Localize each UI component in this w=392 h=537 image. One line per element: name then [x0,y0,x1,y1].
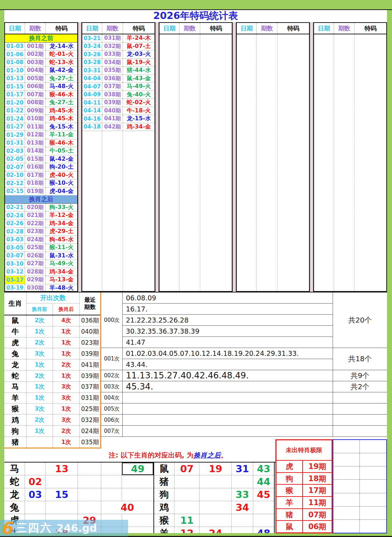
zodiac-count-row: 虎2次1次023期 [4,338,100,349]
bottom-number-cell [122,475,153,488]
empty-body [237,34,309,291]
draw-row: 04-07037期马-49-火 [82,83,155,91]
zodiac-count-row: 猴3次1次025期 [4,404,100,415]
bottom-row: 蛇02 [4,475,153,488]
header-period: 期数 [180,23,200,34]
bottom-number-cell [25,463,46,475]
number-line: 16.17. [123,304,333,315]
zodiac-label: 虎 [4,338,26,348]
watermark: 6 三四六 246.gd [0,520,128,536]
blue-grid-cell [333,480,360,493]
number-line: 11.13.15.27.40.42.46.48.49. [123,370,333,381]
before-switch-header: 换肖前 [26,304,53,315]
draw-row: 02-28023期虎-29-土 [5,228,77,236]
draw-row: 02-15019期虎-04-金 [5,188,77,196]
before-count: 2次 [26,371,53,381]
count-header-block: 开出次数 换肖前 换肖后 [26,292,80,315]
limit-period: 18期 [303,473,332,484]
recent-period: 036期 [80,315,100,326]
draw-date: 02-28 [5,228,25,236]
frequency-label: 004次 [101,392,123,403]
table-header-row: 日期期数特码 [160,23,232,34]
before-count: 1次 [26,326,53,337]
draw-code: 鸡-45-木 [46,115,77,123]
draw-date: 02-10 [5,171,25,179]
frequency-row: 004次 [101,392,387,403]
draw-period: 001期 [25,43,46,50]
after-count: 3次 [53,382,80,392]
draw-date: 03-17 [5,276,25,284]
draw-period: 028期 [25,268,46,276]
frequency-label: 000次 [101,292,123,348]
bottom-row: 龙0315 [4,488,153,501]
draw-code: 兔-27-土 [46,75,77,83]
draw-date: 03-07 [5,252,25,260]
limit-row: 猴17期 [276,485,332,497]
empty-body [160,34,232,291]
recent-period: 025期 [80,404,100,415]
draw-date: 03-03 [5,236,25,244]
zodiac-count-table: 生肖 开出次数 换肖前 换肖后 最近 期数 鼠2次4次036期牛1次1次040期… [4,292,101,449]
bottom-zodiac: 狗 [154,488,175,501]
recent-header-line2: 期数 [84,304,96,311]
group-separator [155,22,159,292]
blue-grid-row [333,440,386,453]
bottom-number-cell: 43 [253,463,274,475]
draw-date: 02-07 [5,163,25,171]
draw-date: 01-27 [5,123,25,131]
after-count: 3次 [53,393,80,403]
limit-zodiac: 猴 [276,485,303,496]
bottom-zodiac: 鼠 [154,463,175,475]
draw-row: 03-17029期马-13-金 [5,276,77,284]
draw-period: 036期 [102,75,123,83]
draw-row: 01-27011期兔-15-木 [5,123,77,131]
bottom-number-cell: 03 [25,488,46,501]
before-count [26,437,53,448]
frequency-total [333,426,387,436]
limit-row: 鼠06期 [276,521,332,532]
bottom-number-cell: 02 [25,475,46,488]
draw-period: 020期 [25,204,46,212]
draw-row: 03-05025期猴-11-火 [5,244,77,252]
draw-date: 02-26 [5,220,25,228]
draw-row: 01-17007期猴-46-木 [5,91,77,99]
before-count: 1次 [26,359,53,370]
draw-date: 04-09 [82,91,102,99]
header-date: 日期 [237,23,257,34]
header-period: 期数 [25,23,46,34]
spreadsheet-page: 2026年特码统计表 日期期数特码换肖之前01-03001期龙-14-水01-0… [0,0,392,537]
draw-period: 037期 [102,83,123,91]
draw-period: 027期 [25,260,46,268]
bottom-number-cell [232,514,253,527]
draw-code: 鸡-45-木 [46,107,77,115]
draw-code: 猴-46-木 [46,139,77,147]
draw-code: 马-49-火 [46,260,77,268]
draw-period: 023期 [25,228,46,236]
draw-period: 008期 [25,99,46,107]
draw-code: 龙-15-水 [123,115,155,123]
draw-row: 03-21031期羊-24-木 [82,34,155,43]
draw-code: 兔-27-土 [46,99,77,107]
zodiac-count-row: 龙1次2次041期 [4,359,100,371]
draw-date: 03-10 [5,260,25,268]
limit-row: 虎19期 [276,461,332,473]
draw-row: 01-20008期兔-27-土 [5,99,77,107]
recent-period: 039期 [80,371,100,381]
draw-date: 02-12 [5,179,25,187]
draw-date: 04-14 [82,107,102,115]
zodiac-label: 蛇 [4,371,26,381]
draw-row: 02-03014期牛-05-土 [5,147,77,155]
draw-date: 04-07 [82,83,102,91]
recent-period: 041期 [80,359,100,370]
limit-period: 11期 [303,497,332,508]
draw-date: 02-24 [5,212,25,219]
blue-grid-row [333,507,386,520]
draw-row: 04-16041期龙-15-水 [82,115,155,123]
draw-period: 018期 [25,179,46,187]
bottom-number-cell [101,463,122,475]
draw-row: 01-10004期鼠-42-金 [5,67,77,75]
recent-period: 031期 [80,393,100,403]
draw-period: 032期 [102,43,123,50]
bottom-number-cell [253,514,274,527]
blue-grid-cell [333,493,360,506]
